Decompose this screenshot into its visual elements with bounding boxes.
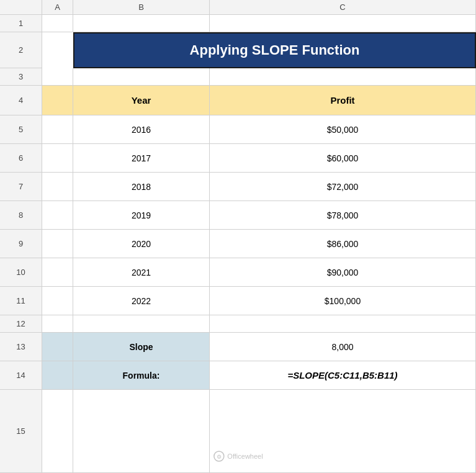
row-2: 2 Applying SLOPE Function: [0, 32, 476, 68]
cell-b1: [73, 15, 210, 32]
row-11: 11 2022 $100,000: [0, 287, 476, 315]
watermark-icon: ⚙: [213, 451, 224, 462]
row-header-10: 10: [0, 258, 42, 287]
cell-b5: 2016: [73, 115, 210, 144]
row-4: 4 Year Profit: [0, 86, 476, 115]
cell-a8: [42, 201, 73, 230]
row-9: 9 2020 $86,000: [0, 230, 476, 258]
cell-b15: [73, 390, 210, 473]
svg-text:⚙: ⚙: [216, 454, 221, 460]
cell-a14: [42, 361, 73, 390]
cell-b8: 2019: [73, 201, 210, 230]
cell-c1: [210, 15, 476, 32]
cell-a13: [42, 333, 73, 361]
row-8: 8 2019 $78,000: [0, 201, 476, 230]
col-header-c: C: [210, 0, 476, 15]
cell-a4: [42, 86, 73, 115]
row-header-8: 8: [0, 201, 42, 230]
watermark: ⚙ Officewheel: [213, 451, 263, 462]
col-header-a: A: [42, 0, 73, 15]
cell-c11: $100,000: [210, 287, 476, 315]
cell-a2: [42, 32, 73, 68]
cell-c3: [210, 68, 476, 86]
row-5: 5 2016 $50,000: [0, 115, 476, 144]
cell-b12: [73, 315, 210, 333]
cell-c13-slope-value: 8,000: [210, 333, 476, 361]
cell-c4-profit: Profit: [210, 86, 476, 115]
row-header-2: 2: [0, 32, 42, 68]
cell-c10: $90,000: [210, 258, 476, 287]
cell-b11: 2022: [73, 287, 210, 315]
row-header-6: 6: [0, 144, 42, 173]
row-3: 3: [0, 68, 476, 86]
cell-b4-year: Year: [73, 86, 210, 115]
row-header-4: 4: [0, 86, 42, 115]
row-header-12: 12: [0, 315, 42, 333]
row-6: 6 2017 $60,000: [0, 144, 476, 173]
row-header-7: 7: [0, 173, 42, 201]
row-13: 13 Slope 8,000: [0, 333, 476, 361]
cell-c8: $78,000: [210, 201, 476, 230]
cell-b9: 2020: [73, 230, 210, 258]
title-cell: Applying SLOPE Function: [73, 32, 476, 68]
cell-b3: [73, 68, 210, 86]
row-1: 1: [0, 15, 476, 32]
cell-a11: [42, 287, 73, 315]
cell-a12: [42, 315, 73, 333]
cell-a10: [42, 258, 73, 287]
row-header-14: 14: [0, 361, 42, 390]
cell-a1: [42, 15, 73, 32]
cell-c9: $86,000: [210, 230, 476, 258]
row-header-11: 11: [0, 287, 42, 315]
col-header-b: B: [73, 0, 210, 15]
row-10: 10 2021 $90,000: [0, 258, 476, 287]
row-header-5: 5: [0, 115, 42, 144]
cell-c12: [210, 315, 476, 333]
cell-a9: [42, 230, 73, 258]
cell-b6: 2017: [73, 144, 210, 173]
cell-a7: [42, 173, 73, 201]
corner-cell: [0, 0, 42, 15]
row-header-1: 1: [0, 15, 42, 32]
cell-c6: $60,000: [210, 144, 476, 173]
column-headers: A B C: [0, 0, 476, 15]
row-12: 12: [0, 315, 476, 333]
cell-b10: 2021: [73, 258, 210, 287]
row-header-3: 3: [0, 68, 42, 86]
row-7: 7 2018 $72,000: [0, 173, 476, 201]
cell-c7: $72,000: [210, 173, 476, 201]
row-14: 14 Formula: =SLOPE(C5:C11,B5:B11): [0, 361, 476, 390]
cell-a3: [42, 68, 73, 86]
row-header-9: 9: [0, 230, 42, 258]
cell-b13-slope: Slope: [73, 333, 210, 361]
row-header-13: 13: [0, 333, 42, 361]
cell-a5: [42, 115, 73, 144]
cell-c14-formula-value: =SLOPE(C5:C11,B5:B11): [210, 361, 476, 390]
watermark-text: Officewheel: [227, 453, 263, 460]
cell-c5: $50,000: [210, 115, 476, 144]
cell-a15: [42, 390, 73, 473]
row-header-15: 15: [0, 390, 42, 473]
cell-b14-formula-label: Formula:: [73, 361, 210, 390]
cell-b7: 2018: [73, 173, 210, 201]
cell-a6: [42, 144, 73, 173]
